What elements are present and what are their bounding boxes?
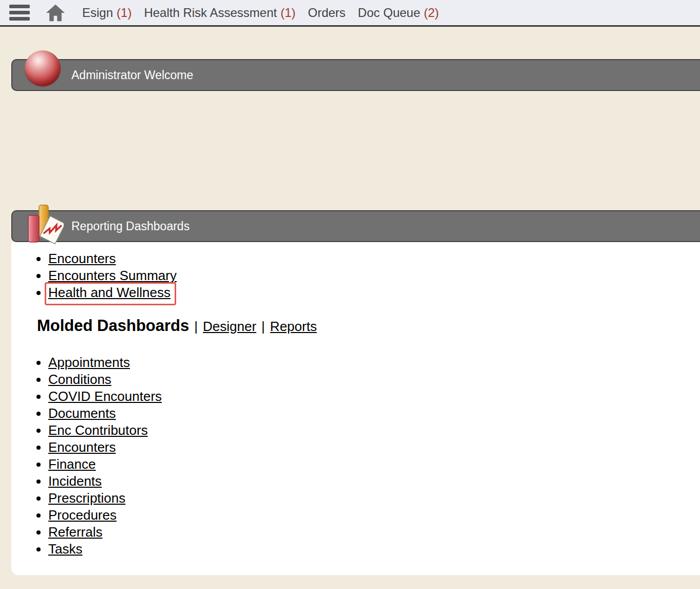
list-item: Encounters Summary [48, 267, 690, 284]
dashboards-content-panel: Encounters Encounters Summary Health and… [11, 242, 700, 575]
nav-count-badge: (2) [424, 6, 439, 20]
list-item: Procedures [48, 507, 690, 524]
list-item: Conditions [48, 371, 690, 388]
list-item: Referrals [48, 524, 690, 541]
hamburger-menu-icon[interactable] [9, 5, 30, 21]
list-item: Finance [48, 456, 690, 473]
link-conditions[interactable]: Conditions [48, 372, 111, 387]
molded-dashboards-heading-row: Molded Dashboards|Designer|Reports [37, 317, 690, 335]
list-item: Health and Wellness [48, 284, 690, 301]
home-icon[interactable] [46, 4, 65, 22]
separator: | [261, 319, 265, 334]
link-designer[interactable]: Designer [203, 319, 256, 334]
list-item: Documents [48, 405, 690, 422]
link-procedures[interactable]: Procedures [48, 507, 117, 523]
administrator-welcome-title: Administrator Welcome [71, 68, 193, 82]
reporting-dashboards-header: Reporting Dashboards [11, 210, 700, 242]
nav-item-doc-queue[interactable]: Doc Queue(2) [358, 6, 439, 20]
link-incidents[interactable]: Incidents [48, 473, 102, 489]
nav-label: Orders [308, 6, 346, 20]
nav-item-orders[interactable]: Orders [308, 6, 346, 20]
link-tasks[interactable]: Tasks [48, 541, 82, 557]
top-nav-items: Esign(1) Health Risk Assessment(1) Order… [82, 6, 451, 20]
nav-label: Doc Queue [358, 6, 420, 20]
administrator-welcome-section: Administrator Welcome [11, 59, 700, 91]
list-item: Prescriptions [48, 490, 690, 507]
list-item: Tasks [48, 541, 690, 558]
link-covid-encounters[interactable]: COVID Encounters [48, 389, 162, 404]
nav-label: Esign [82, 6, 113, 20]
link-documents[interactable]: Documents [48, 406, 116, 421]
list-item: Enc Contributors [48, 422, 690, 439]
separator: | [194, 319, 198, 334]
nav-label: Health Risk Assessment [144, 6, 277, 20]
reporting-dashboards-section: Reporting Dashboards [11, 210, 700, 242]
list-item: Incidents [48, 473, 690, 490]
link-reports[interactable]: Reports [270, 319, 317, 334]
molded-dashboards-list: Appointments Conditions COVID Encounters… [11, 354, 690, 558]
link-prescriptions[interactable]: Prescriptions [48, 490, 125, 506]
top-nav-bar: Esign(1) Health Risk Assessment(1) Order… [0, 0, 700, 27]
nav-count-badge: (1) [117, 6, 131, 20]
nav-item-health-risk-assessment[interactable]: Health Risk Assessment(1) [144, 6, 295, 20]
list-item: Encounters [48, 439, 690, 456]
nav-item-esign[interactable]: Esign(1) [82, 6, 131, 20]
link-encounters-summary[interactable]: Encounters Summary [48, 268, 177, 283]
molded-dashboards-title: Molded Dashboards [37, 317, 189, 335]
reporting-dashboards-title: Reporting Dashboards [71, 219, 190, 233]
list-item: Appointments [48, 354, 690, 371]
reporting-dashboards-icon [24, 204, 64, 245]
link-finance[interactable]: Finance [48, 456, 96, 472]
administrator-welcome-header: Administrator Welcome [11, 59, 700, 91]
link-enc-contributors[interactable]: Enc Contributors [48, 422, 148, 438]
red-sphere-icon [25, 50, 61, 86]
link-appointments[interactable]: Appointments [48, 355, 130, 370]
link-encounters[interactable]: Encounters [48, 251, 116, 266]
link-referrals[interactable]: Referrals [48, 524, 102, 540]
list-item: COVID Encounters [48, 388, 690, 405]
nav-count-badge: (1) [280, 6, 295, 20]
list-item: Encounters [48, 250, 690, 267]
link-health-and-wellness[interactable]: Health and Wellness [48, 285, 171, 300]
link-encounters-2[interactable]: Encounters [48, 439, 116, 455]
reporting-links-list: Encounters Encounters Summary Health and… [11, 250, 690, 301]
